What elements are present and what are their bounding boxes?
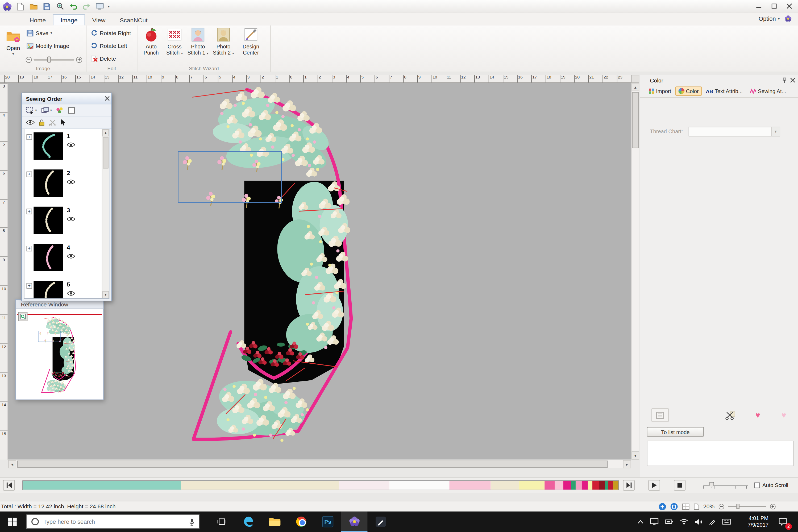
search-input[interactable]: [43, 519, 185, 525]
volume-icon[interactable]: [695, 518, 703, 525]
stitch-color-segment[interactable]: [599, 481, 605, 490]
rotate-right-button[interactable]: Rotate Right: [91, 30, 131, 37]
notification-center-button[interactable]: 2: [772, 512, 794, 532]
microphone-icon[interactable]: [189, 518, 195, 526]
scrollbar-thumb[interactable]: [17, 461, 608, 468]
thread-chart-dropdown[interactable]: ▼: [689, 127, 780, 136]
stitch-color-segment[interactable]: [571, 481, 575, 490]
horizontal-scrollbar[interactable]: ◄ ►: [8, 460, 631, 469]
sewing-order-item[interactable]: +1: [24, 129, 102, 167]
display-icon[interactable]: [650, 518, 659, 525]
sewing-order-item[interactable]: +2: [24, 167, 102, 204]
slider-track[interactable]: [34, 59, 74, 60]
hoop-frame-button[interactable]: [651, 408, 669, 422]
expand-icon[interactable]: +: [26, 246, 32, 251]
close-button[interactable]: [782, 0, 797, 12]
stitch-color-segment[interactable]: [545, 481, 555, 490]
delete-button[interactable]: Delete: [91, 55, 116, 62]
app-logo-icon[interactable]: [2, 1, 12, 12]
close-icon[interactable]: [105, 96, 109, 101]
ruler-options-button[interactable]: [631, 75, 639, 83]
rotate-left-button[interactable]: Rotate Left: [91, 42, 127, 50]
color-list-box[interactable]: [647, 441, 794, 466]
visibility-eye-icon[interactable]: [67, 290, 76, 296]
redo-icon[interactable]: [81, 1, 92, 12]
pin-icon[interactable]: [782, 77, 787, 83]
stitch-color-segment[interactable]: [450, 481, 491, 490]
option-menu[interactable]: Option▾: [759, 16, 780, 22]
design-property-icon[interactable]: [95, 1, 105, 12]
scrollbar-thumb[interactable]: [632, 92, 639, 148]
lock-button[interactable]: [39, 119, 45, 126]
sewing-order-item[interactable]: +3: [24, 204, 102, 241]
open-button[interactable]: Open ▾: [2, 27, 24, 65]
pen-icon[interactable]: [709, 518, 716, 525]
start-button[interactable]: [0, 512, 24, 532]
scroll-down-arrow[interactable]: ▼: [631, 451, 639, 460]
undo-icon[interactable]: [68, 1, 78, 12]
pattern-thumbnail[interactable]: [34, 281, 63, 298]
chrome-icon[interactable]: [288, 512, 315, 532]
zoom-in-icon[interactable]: [76, 56, 82, 63]
zoom-tool-icon[interactable]: [55, 1, 65, 12]
stitch-color-segment[interactable]: [613, 481, 619, 490]
zoom-out-button[interactable]: [719, 504, 724, 509]
pen-app-icon[interactable]: [367, 512, 394, 532]
design-center-button[interactable]: Design Center: [239, 27, 263, 55]
stitch-color-segment[interactable]: [605, 481, 608, 490]
zoom-in-button[interactable]: [770, 504, 776, 509]
visibility-eye-icon[interactable]: [67, 216, 76, 222]
sewing-order-item[interactable]: +5: [24, 278, 102, 299]
edge-icon[interactable]: [235, 512, 262, 532]
stitch-color-segment[interactable]: [555, 481, 564, 490]
stitch-color-segment[interactable]: [592, 481, 599, 490]
stitch-color-segment[interactable]: [582, 481, 588, 490]
tab-text-attributes[interactable]: AB Text Attrib...: [703, 87, 746, 95]
minimize-button[interactable]: [751, 0, 766, 12]
scroll-up-arrow[interactable]: ▲: [102, 129, 109, 136]
pattern-thumbnail[interactable]: [34, 207, 63, 234]
sewing-order-item[interactable]: +4: [24, 241, 102, 278]
task-view-button[interactable]: [209, 512, 235, 532]
page-icon[interactable]: [694, 503, 699, 510]
trim-scissors-button[interactable]: [49, 119, 57, 126]
fit-to-window-icon[interactable]: [659, 502, 666, 510]
tab-home[interactable]: Home: [22, 15, 53, 25]
image-density-slider[interactable]: [25, 56, 82, 63]
slider-handle[interactable]: [737, 504, 740, 509]
cross-stitch-button[interactable]: Cross Stitch ▾: [163, 27, 186, 55]
auto-scroll-option[interactable]: Auto Scroll: [754, 482, 788, 488]
sewing-order-scrollbar[interactable]: ▲ ▼: [102, 129, 109, 298]
visibility-eye-icon[interactable]: [67, 142, 76, 148]
photoshop-icon[interactable]: Ps: [315, 512, 341, 532]
clock[interactable]: 4:01 PM 7/9/2017: [748, 512, 768, 532]
slider-handle[interactable]: [48, 56, 51, 62]
scissors-thread-icon[interactable]: [722, 408, 740, 422]
touch-keyboard-icon[interactable]: [722, 519, 731, 525]
select-frame-button[interactable]: ▾: [26, 107, 37, 114]
power-icon[interactable]: [665, 519, 673, 524]
vertical-scrollbar[interactable]: ▲ ▼: [631, 83, 639, 460]
qat-customize-caret-icon[interactable]: ▾: [108, 4, 110, 8]
stitch-color-segment[interactable]: [564, 481, 571, 490]
file-explorer-icon[interactable]: [262, 512, 288, 532]
scroll-left-arrow[interactable]: ◄: [8, 460, 17, 469]
close-icon[interactable]: [790, 78, 795, 82]
scroll-right-arrow[interactable]: ►: [623, 460, 631, 469]
visibility-eye-icon[interactable]: [67, 253, 76, 259]
embroidery-design[interactable]: [178, 87, 352, 442]
pattern-thumbnail[interactable]: [34, 132, 63, 159]
zoom-slider[interactable]: [728, 504, 766, 509]
expand-icon[interactable]: +: [26, 134, 32, 140]
scroll-up-arrow[interactable]: ▲: [631, 83, 639, 91]
stitch-color-segment[interactable]: [181, 481, 339, 490]
expand-icon[interactable]: +: [26, 283, 32, 289]
play-button[interactable]: [648, 480, 660, 491]
reference-window-body[interactable]: [16, 309, 103, 399]
to-list-mode-button[interactable]: To list mode: [647, 427, 704, 437]
tab-sewing-attributes[interactable]: Sewing At...: [747, 87, 789, 95]
frame-view-button[interactable]: [68, 107, 76, 114]
actual-size-icon[interactable]: [670, 502, 678, 510]
jump-to-start-button[interactable]: [3, 480, 15, 491]
favorite-heart-light-icon[interactable]: ♥: [775, 408, 793, 422]
